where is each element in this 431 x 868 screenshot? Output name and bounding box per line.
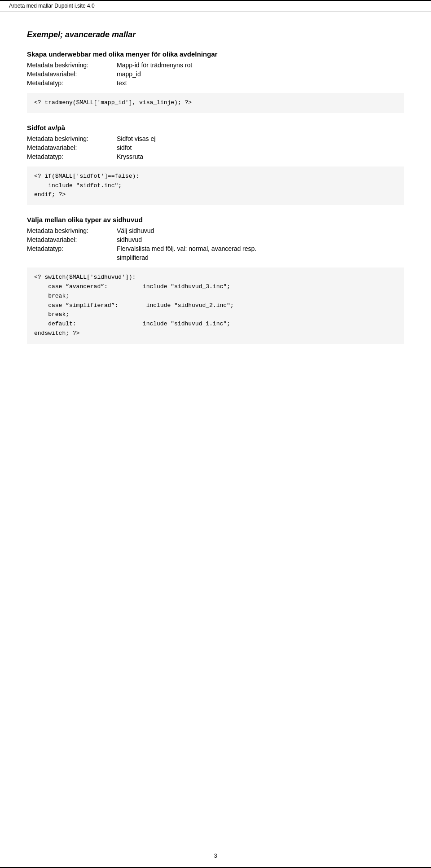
page-footer: 3 [0,852,431,859]
page-content: Exempel; avancerade mallar Skapa underwe… [0,12,431,381]
block1-meta-label-1: Metadatavariabel: [27,70,117,78]
block3-meta-row-2: Metadatatyp: Flervalslista med följ. val… [27,245,404,252]
block1-meta-row-2: Metadatatyp: text [27,79,404,87]
block1-meta-row-0: Metadata beskrivning: Mapp-id för trädme… [27,61,404,69]
block3-meta-row-0: Metadata beskrivning: Välj sidhuvud [27,227,404,234]
header-title: Arbeta med mallar Dupoint i.site 4.0 [9,3,95,9]
block1-meta-value-2: text [117,79,127,87]
block3-code: <? switch($MALL['sidhuvud']): case ”avan… [27,267,404,344]
section-heading: Exempel; avancerade mallar [27,30,404,39]
block1-section: Skapa underwebbar med olika menyer för o… [27,50,404,113]
block1-meta-label-0: Metadata beskrivning: [27,61,117,69]
block3-meta-value-3: simplifierad [117,254,149,261]
block2-subheading: Sidfot av/på [27,124,404,132]
block2-meta-label-0: Metadata beskrivning: [27,135,117,142]
block2-code: <? if($MALL['sidfot']==false): include "… [27,167,404,205]
block2-meta-value-2: Kryssruta [117,153,143,160]
block3-meta-value-0: Välj sidhuvud [117,227,154,234]
block3-meta-label-3 [27,254,117,261]
block2-meta-value-0: Sidfot visas ej [117,135,155,142]
block3-meta-row-3: simplifierad [27,254,404,261]
block2-section: Sidfot av/på Metadata beskrivning: Sidfo… [27,124,404,205]
block2-meta-label-1: Metadatavariabel: [27,144,117,151]
block2-meta-label-2: Metadatatyp: [27,153,117,160]
block1-code: <? tradmeny($MALL['mapp_id'], visa_linje… [27,93,404,113]
page-number: 3 [214,852,217,859]
block3-meta-value-1: sidhuvud [117,236,142,243]
block1-meta-label-2: Metadatatyp: [27,79,117,87]
block1-meta-row-1: Metadatavariabel: mapp_id [27,70,404,78]
block3-meta-value-2: Flervalslista med följ. val: normal, ava… [117,245,256,252]
block1-meta-value-1: mapp_id [117,70,141,78]
block3-section: Välja mellan olika typer av sidhuvud Met… [27,216,404,344]
block1-meta-value-0: Mapp-id för trädmenyns rot [117,61,192,69]
block3-meta-label-1: Metadatavariabel: [27,236,117,243]
block2-meta-row-0: Metadata beskrivning: Sidfot visas ej [27,135,404,142]
header-bar: Arbeta med mallar Dupoint i.site 4.0 [0,0,431,12]
top-border [0,0,431,1]
block3-meta-row-1: Metadatavariabel: sidhuvud [27,236,404,243]
block3-meta-label-2: Metadatatyp: [27,245,117,252]
block2-meta-value-1: sidfot [117,144,132,151]
block3-meta-label-0: Metadata beskrivning: [27,227,117,234]
block2-meta-row-1: Metadatavariabel: sidfot [27,144,404,151]
block2-meta-row-2: Metadatatyp: Kryssruta [27,153,404,160]
block1-subheading: Skapa underwebbar med olika menyer för o… [27,50,404,58]
block3-subheading: Välja mellan olika typer av sidhuvud [27,216,404,224]
